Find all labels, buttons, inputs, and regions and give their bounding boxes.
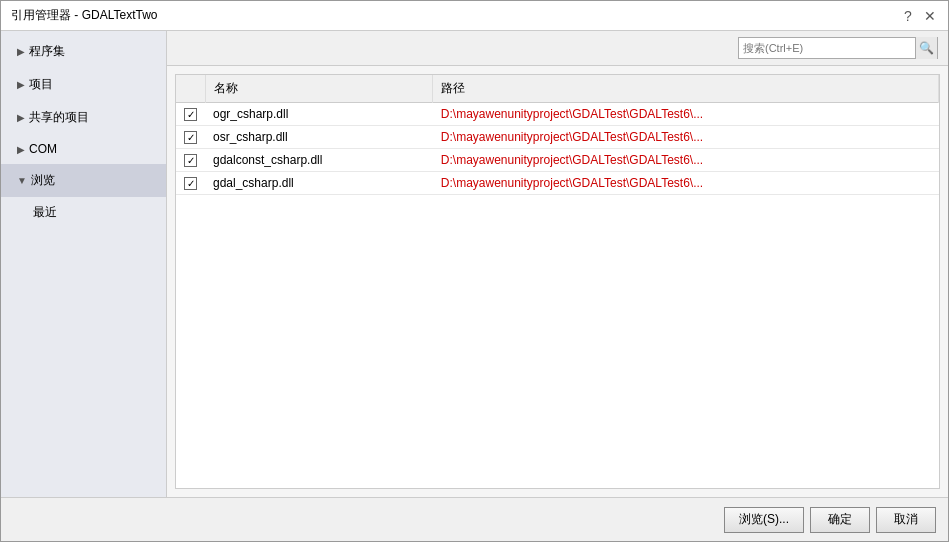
cell-name: gdalconst_csharp.dll: [205, 149, 433, 172]
cell-path: D:\mayawenunityproject\GDALTest\GDALTest…: [433, 172, 939, 195]
cell-name: osr_csharp.dll: [205, 126, 433, 149]
sidebar-subitem-recent[interactable]: 最近: [1, 197, 166, 228]
checkbox-cell: [176, 103, 205, 126]
sidebar-label-browse: 浏览: [31, 172, 55, 189]
checkbox-cell: [176, 172, 205, 195]
close-button[interactable]: ✕: [922, 8, 938, 24]
sidebar-item-shared[interactable]: ▶共享的项目: [1, 101, 166, 134]
search-icon[interactable]: 🔍: [915, 37, 937, 59]
main-content: ▶程序集▶项目▶共享的项目▶COM▼浏览最近 🔍 名称 路径: [1, 31, 948, 497]
col-header-path: 路径: [433, 75, 939, 103]
main-window: 引用管理器 - GDALTextTwo ? ✕ ▶程序集▶项目▶共享的项目▶CO…: [0, 0, 949, 542]
sidebar-item-browse[interactable]: ▼浏览: [1, 164, 166, 197]
cancel-button[interactable]: 取消: [876, 507, 936, 533]
col-header-name: 名称: [205, 75, 433, 103]
browse-button[interactable]: 浏览(S)...: [724, 507, 804, 533]
sidebar-label-shared: 共享的项目: [29, 109, 89, 126]
cell-name: gdal_csharp.dll: [205, 172, 433, 195]
checkbox-2[interactable]: [184, 154, 197, 167]
checkbox-cell: [176, 149, 205, 172]
sidebar-arrow-project: ▶: [17, 79, 25, 90]
table-row[interactable]: gdal_csharp.dllD:\mayawenunityproject\GD…: [176, 172, 939, 195]
sidebar-label-project: 项目: [29, 76, 53, 93]
sidebar: ▶程序集▶项目▶共享的项目▶COM▼浏览最近: [1, 31, 167, 497]
table-row[interactable]: ogr_csharp.dllD:\mayawenunityproject\GDA…: [176, 103, 939, 126]
table-body: ogr_csharp.dllD:\mayawenunityproject\GDA…: [176, 103, 939, 195]
table-header: 名称 路径: [176, 75, 939, 103]
checkbox-3[interactable]: [184, 177, 197, 190]
search-bar: 🔍: [167, 31, 948, 66]
table-row[interactable]: gdalconst_csharp.dllD:\mayawenunityproje…: [176, 149, 939, 172]
footer: 浏览(S)... 确定 取消: [1, 497, 948, 541]
ok-button[interactable]: 确定: [810, 507, 870, 533]
col-header-checkbox: [176, 75, 205, 103]
help-button[interactable]: ?: [900, 8, 916, 24]
sidebar-item-project[interactable]: ▶项目: [1, 68, 166, 101]
checkbox-1[interactable]: [184, 131, 197, 144]
table-area: 名称 路径 ogr_csharp.dllD:\mayawenunityproje…: [175, 74, 940, 489]
cell-path: D:\mayawenunityproject\GDALTest\GDALTest…: [433, 149, 939, 172]
cell-path: D:\mayawenunityproject\GDALTest\GDALTest…: [433, 126, 939, 149]
sidebar-arrow-assemblies: ▶: [17, 46, 25, 57]
window-title: 引用管理器 - GDALTextTwo: [11, 7, 157, 24]
right-panel: 🔍 名称 路径 ogr_csharp.dllD:\mayawenunitypro…: [167, 31, 948, 497]
title-controls: ? ✕: [900, 8, 938, 24]
title-bar: 引用管理器 - GDALTextTwo ? ✕: [1, 1, 948, 31]
sidebar-arrow-browse: ▼: [17, 175, 27, 186]
sidebar-arrow-shared: ▶: [17, 112, 25, 123]
sidebar-label-assemblies: 程序集: [29, 43, 65, 60]
search-input[interactable]: [739, 38, 915, 58]
sidebar-label-com: COM: [29, 142, 57, 156]
sidebar-arrow-com: ▶: [17, 144, 25, 155]
table-row[interactable]: osr_csharp.dllD:\mayawenunityproject\GDA…: [176, 126, 939, 149]
sidebar-item-com[interactable]: ▶COM: [1, 134, 166, 164]
sidebar-item-assemblies[interactable]: ▶程序集: [1, 35, 166, 68]
cell-path: D:\mayawenunityproject\GDALTest\GDALTest…: [433, 103, 939, 126]
search-box: 🔍: [738, 37, 938, 59]
checkbox-cell: [176, 126, 205, 149]
cell-name: ogr_csharp.dll: [205, 103, 433, 126]
checkbox-0[interactable]: [184, 108, 197, 121]
references-table: 名称 路径 ogr_csharp.dllD:\mayawenunityproje…: [176, 75, 939, 195]
